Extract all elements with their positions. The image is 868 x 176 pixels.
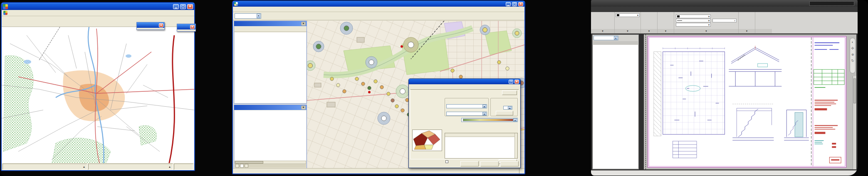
ribbon-panel-annotation: ▾ [641,12,658,33]
toc-layer-tree [235,32,306,103]
dialog-titlebar[interactable]: ? ✕ [409,79,520,84]
toolbox-dock-tab[interactable] [240,164,244,168]
status-editing[interactable]: ▲ [88,164,173,170]
classes-combo[interactable]: ▾ [503,106,512,110]
color-swatch [677,15,680,17]
status-selecting[interactable] [174,164,193,170]
layer-combo[interactable]: ▾ [616,13,640,17]
ribbon-panel-utilities: ▾ [739,12,755,33]
toc-toolbar [234,26,307,32]
object-color-combo[interactable]: ▾ [676,15,711,18]
mapinfo-toolbar [2,16,194,27]
symbol-class-table [445,133,518,159]
sheet-list [593,45,638,169]
orbit-icon[interactable]: ↻ [851,59,854,63]
close-icon[interactable]: ✕ [301,22,306,26]
status-coordinates [519,169,524,174]
arctoolbox-titlebar[interactable]: ✕ [234,105,307,110]
drawing-toolbar-titlebar[interactable]: ✕ [137,22,164,28]
desktop: ▁ ▢ ✕ [0,0,868,176]
panel-label-clipboard[interactable] [755,29,772,33]
close-icon[interactable]: ✕ [159,23,163,27]
sheet-set-header: ▾ [593,35,638,41]
ribbon-panel-layers: ▾ ▾ [615,12,641,33]
zoom-icon[interactable]: ⊕ [851,53,854,56]
restore-button[interactable]: ▢ [180,4,186,9]
lineweight-combo[interactable]: ▾ [676,19,711,22]
sheet-list-header [593,41,638,45]
arcmap-window: ▁ ▢ ✕ ▾ ✕ [232,0,525,174]
linetype-combo[interactable]: ▾ [676,23,711,27]
vertical-scrollbar[interactable] [853,76,856,169]
import-button[interactable] [502,90,517,95]
steering-wheel-icon[interactable]: ◐ [852,40,854,44]
toc-dock-tab[interactable] [235,164,239,168]
classify-button[interactable] [496,111,513,115]
close-button[interactable]: ✕ [514,80,519,84]
viewport-dashed-line-left [645,34,646,169]
apply-button[interactable] [500,161,519,166]
help-button[interactable]: ? [509,80,513,84]
panel-label-block[interactable]: ▾ [658,29,674,33]
mapinfo-app-icon [3,4,8,9]
ribbon-tab-strip [591,7,858,12]
arcmap-titlebar[interactable]: ▁ ▢ ✕ [233,1,524,7]
sheet-set-combo[interactable]: ▾ [594,36,618,40]
autocad-titlebar[interactable] [591,0,858,7]
ribbon-panel-modify: ▾ [591,12,615,33]
arctoolbox-panel: ✕ [234,105,307,169]
sheet-drawing [648,37,846,167]
navigation-bar: ◐ ✣ ⊕ ↻ [850,38,856,73]
drawing-canvas[interactable]: ◐ ✣ ⊕ ↻ [644,34,856,169]
drawing-toolbar-buttons [137,28,164,29]
color-ramp-combo[interactable]: ▾ [461,118,518,122]
dock-tab-strip [235,164,306,168]
panel-label-layers[interactable]: ▾ [615,29,640,33]
layer-color-swatch [617,14,619,16]
mapinfo-map-view[interactable] [2,27,194,165]
symbology-preview [412,130,442,151]
close-icon[interactable]: ✕ [190,25,195,29]
panel-label-annotation[interactable]: ▾ [641,29,657,33]
panel-label-properties[interactable]: ▾ [674,29,738,33]
toc-titlebar[interactable]: ✕ [234,21,307,26]
transparency-combo[interactable]: ▾ [712,19,737,22]
mapinfo-map-drawing [2,27,194,165]
symbology-show-list [412,95,443,127]
mapinfo-titlebar[interactable]: ▁ ▢ ✕ [2,3,194,10]
normalization-combo[interactable]: ▾ [446,112,487,116]
main-toolbar-buttons [177,29,195,31]
mdi-child-icon [3,11,7,15]
status-zoom[interactable]: ▲ [2,164,87,170]
panel-label-utilities[interactable]: ▾ [739,29,755,33]
minimize-button[interactable]: ▁ [506,2,511,6]
color-ramp-swatch [463,119,513,121]
cancel-button[interactable] [480,161,499,166]
drawing-toolbar: ✕ [136,22,165,30]
pan-icon[interactable]: ✣ [851,46,854,50]
arcmap-statusbar [233,168,524,174]
value-combo[interactable]: ▾ [446,104,487,108]
layout-tab-bar[interactable] [591,170,858,176]
restore-button[interactable]: ▢ [512,2,517,6]
dialog-body: ▾ ▾ ▾ ▾ [410,89,519,159]
main-toolbar-titlebar[interactable]: ✕ [177,24,195,29]
map-scale-combo[interactable]: ▾ [235,13,261,19]
catalog-dock-tab[interactable] [245,164,248,168]
table-scrollbar[interactable] [514,133,517,158]
ok-button[interactable] [460,161,479,166]
dialog-tab-strip [409,84,520,89]
close-icon[interactable]: ✕ [301,105,306,110]
close-button[interactable]: ✕ [187,4,193,9]
layout-paper [648,36,846,168]
main-toolbar: ✕ [177,24,196,32]
sheet-set-manager-palette: ▾ [592,34,639,169]
station-point-1 [401,45,403,48]
minimize-button[interactable]: ▁ [173,4,179,9]
show-class-ranges-checkbox[interactable] [445,160,448,163]
infocenter-search-input[interactable] [809,1,854,6]
close-button[interactable]: ✕ [518,2,523,6]
horizontal-scrollbar[interactable] [235,161,306,164]
ribbon: ▾ ▾ ▾ [591,12,858,34]
panel-label-modify[interactable]: ▾ [591,29,614,33]
